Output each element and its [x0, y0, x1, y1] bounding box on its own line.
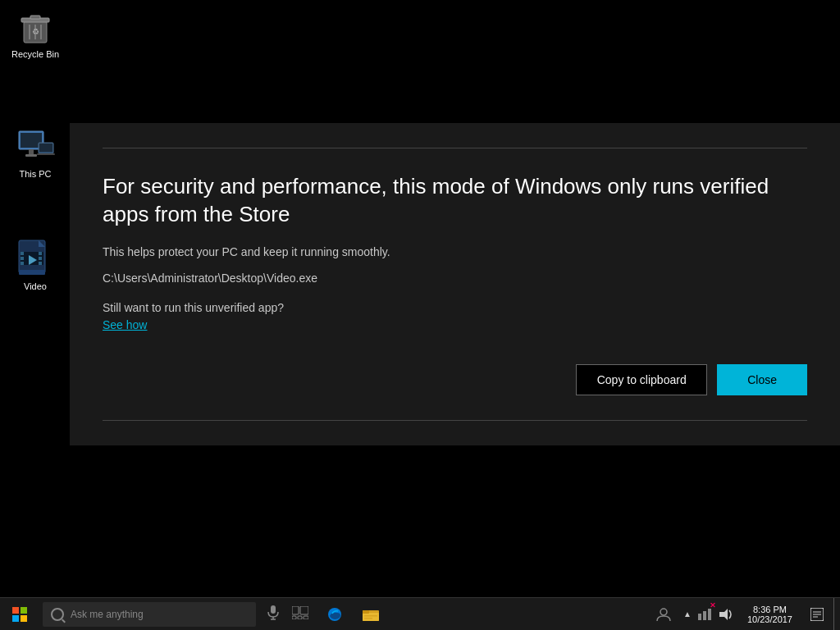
svg-rect-17 [21, 252, 24, 255]
svg-rect-44 [698, 614, 701, 620]
video-label: Video [24, 281, 47, 291]
svg-rect-12 [39, 144, 52, 152]
svg-rect-20 [39, 252, 42, 255]
svg-marker-47 [719, 609, 728, 620]
search-icon [51, 608, 64, 621]
svg-rect-32 [292, 606, 299, 614]
dialog-filepath: C:\Users\Administrator\Desktop\Video.exe [103, 272, 807, 285]
svg-rect-29 [271, 605, 276, 614]
this-pc-icon[interactable]: This PC [2, 123, 68, 182]
svg-rect-39 [363, 613, 379, 621]
explorer-icon [363, 607, 379, 622]
svg-rect-26 [21, 607, 27, 614]
dialog-buttons: Copy to clipboard Close [103, 364, 807, 395]
volume-button[interactable] [714, 598, 739, 631]
dialog-title: For security and performance, this mode … [103, 173, 807, 229]
edge-taskbar-button[interactable] [317, 598, 353, 631]
svg-rect-21 [39, 257, 42, 260]
show-hidden-icons-button[interactable]: ▲ [680, 598, 695, 631]
mic-button[interactable] [262, 605, 284, 623]
svg-rect-35 [298, 616, 302, 619]
taskbar: Ask me anything [0, 597, 840, 630]
task-view-icon [292, 606, 308, 619]
svg-rect-41 [364, 615, 377, 617]
start-button[interactable] [0, 598, 39, 631]
people-button[interactable] [647, 598, 680, 631]
people-icon [656, 607, 671, 622]
svg-rect-33 [300, 606, 308, 614]
edge-icon [327, 607, 342, 622]
svg-rect-46 [708, 609, 711, 620]
svg-rect-28 [21, 615, 27, 622]
svg-rect-10 [25, 154, 37, 157]
network-icon [698, 609, 711, 620]
dialog-subtitle: This helps protect your PC and keep it r… [103, 245, 807, 258]
svg-rect-18 [21, 257, 24, 260]
dialog-bottom-divider [103, 420, 807, 421]
svg-rect-25 [12, 607, 19, 614]
show-desktop-button[interactable] [833, 598, 840, 631]
svg-rect-13 [37, 153, 55, 155]
svg-rect-27 [12, 615, 19, 622]
volume-icon [719, 608, 734, 621]
svg-rect-34 [292, 616, 296, 619]
svg-rect-36 [304, 616, 308, 619]
clock-display[interactable]: 8:36 PM 10/23/2017 [739, 598, 801, 631]
search-placeholder-text: Ask me anything [71, 609, 144, 620]
recycle-bin-label: Recycle Bin [11, 49, 59, 59]
taskbar-search-bar[interactable]: Ask me anything [43, 602, 256, 627]
close-button[interactable]: Close [717, 364, 807, 395]
svg-rect-45 [703, 611, 706, 620]
clock-date: 10/23/2017 [747, 614, 792, 624]
taskbar-right-area: ▲ ✕ 8:36 PM 10/23/2017 [647, 598, 840, 631]
clock-time: 8:36 PM [753, 605, 787, 614]
task-view-button[interactable] [284, 606, 317, 622]
recycle-bin-icon[interactable]: ♻ Recycle Bin [2, 3, 68, 62]
notification-icon [810, 608, 824, 621]
dialog-question: Still want to run this unverified app? [103, 301, 807, 314]
svg-rect-24 [19, 270, 45, 275]
file-explorer-taskbar-button[interactable] [353, 598, 389, 631]
video-desktop-icon[interactable]: Video [2, 235, 68, 294]
svg-rect-42 [364, 618, 372, 619]
this-pc-label: This PC [19, 169, 51, 179]
mic-icon [267, 605, 279, 620]
start-icon [12, 607, 27, 622]
chevron-up-icon: ▲ [683, 609, 692, 619]
svg-rect-22 [39, 262, 42, 265]
security-dialog: For security and performance, this mode … [70, 123, 840, 445]
this-pc-image [16, 126, 55, 166]
svg-text:♻: ♻ [32, 27, 39, 36]
action-center-button[interactable] [801, 598, 833, 631]
svg-rect-19 [21, 262, 24, 265]
recycle-bin-image: ♻ [16, 7, 55, 46]
network-button[interactable]: ✕ [695, 598, 714, 631]
svg-point-43 [660, 609, 667, 615]
see-how-link[interactable]: See how [103, 318, 147, 331]
svg-rect-2 [30, 16, 40, 19]
svg-rect-40 [363, 610, 369, 614]
svg-rect-9 [29, 149, 34, 154]
dialog-top-divider [103, 148, 807, 148]
copy-to-clipboard-button[interactable]: Copy to clipboard [576, 364, 707, 395]
video-image [16, 239, 55, 278]
network-x-icon: ✕ [710, 601, 716, 609]
